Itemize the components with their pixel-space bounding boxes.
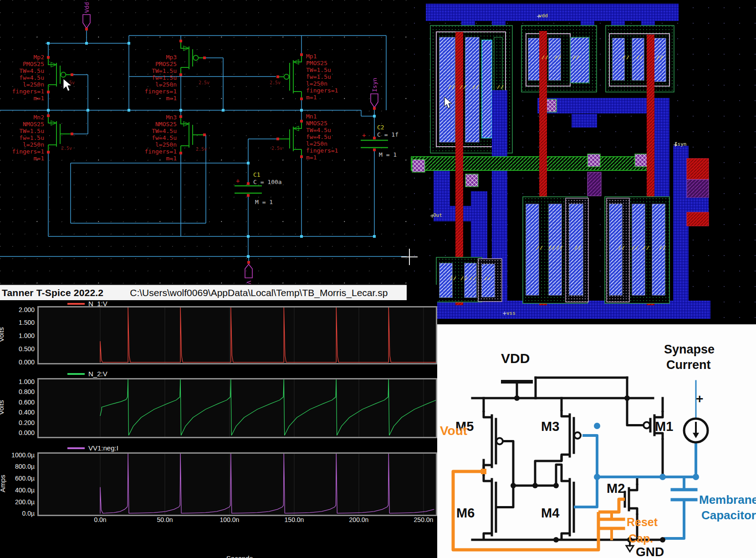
tspice-file-path: C:\Users\wolf0069\AppData\Local\Temp\TB_… xyxy=(130,287,388,298)
y-tick: 1000.0µ xyxy=(0,451,35,459)
y-tick: 400.0µ xyxy=(0,486,35,494)
layout-canvas[interactable]: vdd Isyn Out vss xyxy=(407,0,756,322)
y-tick: 0.600 xyxy=(0,399,35,406)
device-label-Mp3: Mp3 PMOS25 TW=1.5u fw=1.5u l=250n finger… xyxy=(145,54,177,102)
y-tick: 0.000 xyxy=(0,429,35,436)
layout-drawing xyxy=(407,0,756,322)
membrane-label-1: Membrane xyxy=(699,493,756,507)
legend-N_2:V: N_2:V xyxy=(67,370,107,378)
reset-label-2: Cap. xyxy=(628,532,653,545)
membrane-label-2: Capacitor xyxy=(701,508,756,522)
port-label-vss: Vss xyxy=(245,281,252,285)
cap-label-C1: C1 xyxy=(253,171,261,178)
y-tick: 1.000 xyxy=(0,378,35,385)
reset-label-1: Reset xyxy=(627,516,658,529)
gnd-label: GND xyxy=(636,545,664,558)
legend-VV1:neg:I: VV1:neg:I xyxy=(67,444,118,452)
y-tick: 0.200 xyxy=(0,419,35,426)
legend-swatch xyxy=(67,303,85,305)
port-isyn[interactable] xyxy=(371,94,378,108)
port-label-isyn: Isyn xyxy=(371,78,378,92)
cap-mult-C1: M = 1 xyxy=(255,199,273,205)
gate-bias-note: 2.5v xyxy=(271,146,282,151)
vdd-label: VDD xyxy=(501,351,530,366)
tspice-app-title: Tanner T-Spice 2022.2 xyxy=(2,287,103,298)
x-tick: 250.0n xyxy=(408,516,439,523)
y-tick: 1.000 xyxy=(0,332,35,339)
device-label-Mp2: Mp2 PMOS25 TW=4.5u fw=4.5u l=250n finger… xyxy=(12,54,44,102)
m4-label: M4 xyxy=(541,506,559,521)
gate-bias-note: 2.5v xyxy=(270,80,281,85)
schematic-canvas[interactable]: VddIsynVss++ Mp2 PMOS25 TW=4.5u fw=4.5u … xyxy=(0,0,407,285)
tspice-window[interactable]: Tanner T-Spice 2022.2 C:\Users\wolf0069\… xyxy=(0,285,437,558)
synapse-label-1: Synapse xyxy=(664,343,715,357)
m3-label: M3 xyxy=(541,419,559,434)
legend-swatch xyxy=(67,373,85,375)
y-tick: 0.500 xyxy=(0,345,35,353)
y-tick: 0.800 xyxy=(0,388,35,395)
m1-label: M1 xyxy=(655,419,673,434)
legend-swatch xyxy=(67,447,85,449)
y-tick: 0.400 xyxy=(0,409,35,416)
legend-label: VV1:neg:I xyxy=(88,444,118,452)
port-vss[interactable] xyxy=(245,264,252,278)
synapse-label-2: Current xyxy=(666,358,711,372)
gate-bias-note: 2.5v xyxy=(196,147,207,152)
y-tick: 800.0µ xyxy=(0,463,35,470)
port-vdd[interactable] xyxy=(83,15,90,28)
legend-label: N_2:V xyxy=(88,370,107,378)
plot-VV1:neg:I[interactable] xyxy=(37,452,437,516)
gate-bias-note: 2.5v xyxy=(64,80,75,85)
layout-label-isyn: Isyn xyxy=(674,141,687,147)
svg-text:+: + xyxy=(236,177,240,184)
vout-label: Vout xyxy=(440,424,467,438)
y-tick: 0.0µ xyxy=(0,510,35,517)
desktop: VddIsynVss++ Mp2 PMOS25 TW=4.5u fw=4.5u … xyxy=(0,0,756,558)
m6-label: M6 xyxy=(456,506,475,521)
layout-label-vss: vss xyxy=(506,310,516,316)
x-tick: 150.0n xyxy=(278,516,310,523)
gate-bias-note: 2.5v xyxy=(199,80,209,85)
device-label-Mp1: Mp1 PMOS25 TW=1.5u fw=1.5u l=250n finger… xyxy=(306,53,338,101)
current-source-plus: + xyxy=(696,392,703,406)
m2-label: M2 xyxy=(607,481,625,496)
cap-mult-C2: M = 1 xyxy=(379,151,397,158)
cap-value-C2: C = 1f xyxy=(377,131,398,138)
x-tick: 0.0n xyxy=(84,516,116,523)
device-label-Mn2: Mn2 NMOS25 TW=1.5u fw=1.5u l=250n finger… xyxy=(12,114,44,162)
port-label-vdd: Vdd xyxy=(83,2,90,13)
cap-value-C1: C = 100a xyxy=(253,179,282,185)
layout-label-out: Out xyxy=(433,212,442,218)
plot-N_1:V[interactable] xyxy=(37,306,437,364)
cap-label-C2: C2 xyxy=(377,124,384,131)
y-tick: 600.0µ xyxy=(0,475,35,482)
circuit-diagram-panel: VDD Synapse Current + M5 M3 M1 Vout M6 M… xyxy=(437,324,756,558)
layout-label-vdd: vdd xyxy=(539,13,548,19)
device-label-Mn1: Mn1 NMOS25 TW=4.5u fw=4.5u l=250n finger… xyxy=(306,113,338,161)
schematic-drawing: VddIsynVss++ xyxy=(0,0,407,285)
x-tick: 50.0n xyxy=(149,516,181,523)
plot-N_2:V[interactable] xyxy=(37,378,437,438)
y-tick: 2.000 xyxy=(0,306,35,313)
svg-text:+: + xyxy=(362,132,366,139)
y-tick: 1.500 xyxy=(0,319,35,326)
x-axis-title: Seconds xyxy=(221,554,258,558)
device-label-Mn3: Mn3 NMOS25 TW=4.5u fw=4.5u l=250n finger… xyxy=(145,114,177,162)
x-tick: 200.0n xyxy=(343,516,375,523)
y-tick: 0.000 xyxy=(0,358,35,366)
tspice-title-bar[interactable]: Tanner T-Spice 2022.2 C:\Users\wolf0069\… xyxy=(0,285,407,300)
x-tick: 100.0n xyxy=(214,516,245,523)
gate-bias-note: 2.5v xyxy=(61,146,72,151)
y-tick: 200.0µ xyxy=(0,498,35,506)
